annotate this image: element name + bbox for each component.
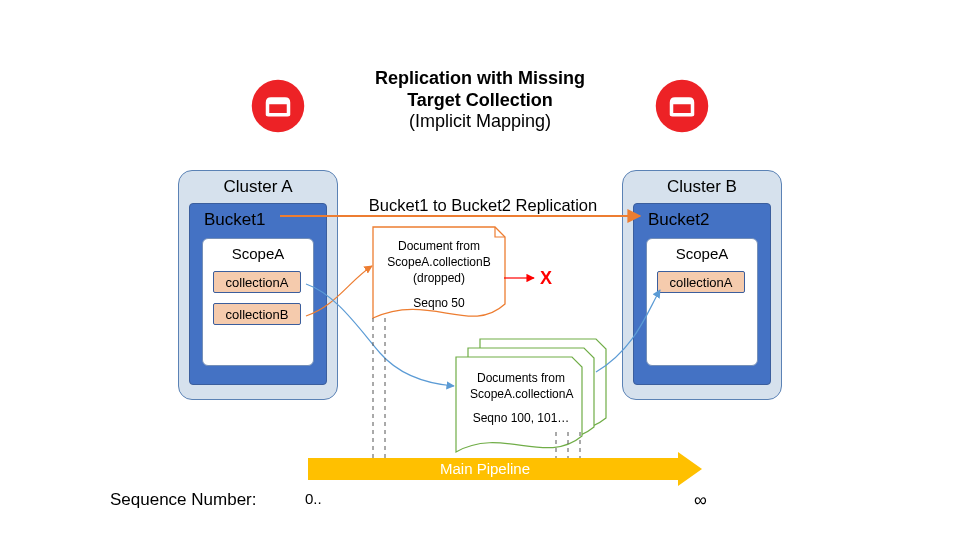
pipeline-label: Main Pipeline	[440, 460, 530, 477]
axis-start: 0..	[305, 490, 322, 507]
svg-marker-10	[678, 452, 702, 486]
axis-end: ∞	[694, 490, 707, 511]
dropped-x-icon: X	[540, 268, 552, 289]
connectors	[0, 0, 960, 540]
diagram-stage: Replication with Missing Target Collecti…	[0, 0, 960, 540]
sequence-label: Sequence Number:	[110, 490, 256, 510]
